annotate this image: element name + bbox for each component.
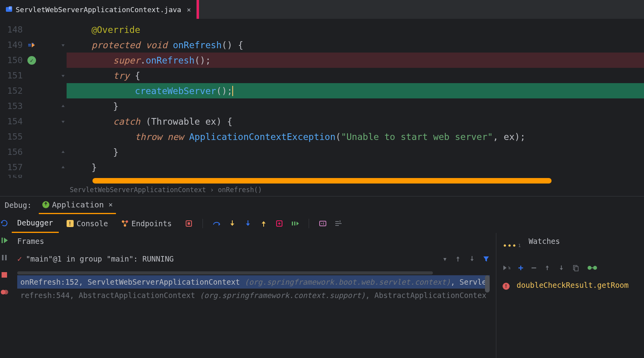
gutter-line[interactable]: 151 [0, 68, 67, 83]
code-line[interactable]: } [67, 144, 644, 160]
view-breakpoints-icon[interactable] [0, 288, 9, 296]
code-line[interactable]: catch (Throwable ex) { [67, 114, 644, 129]
move-up-icon[interactable] [544, 265, 550, 271]
trace-current-stream-chain-icon[interactable] [334, 219, 343, 228]
rerun-icon[interactable] [0, 219, 9, 227]
add-watch-icon[interactable]: + [518, 263, 523, 273]
stop-icon[interactable] [0, 271, 9, 279]
warning-icon: ! [67, 220, 74, 227]
code-line[interactable]: try { [67, 68, 644, 83]
step-over-icon[interactable] [212, 219, 221, 228]
breadcrumb-item[interactable]: ServletWebServerApplicationContext [70, 186, 206, 194]
code-line[interactable]: createWebServer(); [67, 83, 644, 98]
gutter-line[interactable]: 157 [0, 160, 67, 175]
step-into-icon[interactable] [228, 219, 237, 228]
svg-rect-7 [2, 238, 3, 243]
code-line[interactable]: @Override [67, 22, 644, 37]
code-line[interactable]: protected void onRefresh() { [67, 37, 644, 53]
text-cursor [232, 86, 233, 96]
gutter-line[interactable]: 155 [0, 129, 67, 144]
fold-handle-icon[interactable] [60, 42, 66, 48]
debug-label: Debug: [2, 201, 35, 209]
copy-icon[interactable] [572, 264, 579, 271]
thread-selector[interactable]: ✓ "main"@1 in group "main": RUNNING ▾ [17, 254, 490, 264]
stack-frame[interactable]: onRefresh:152, ServletWebServerApplicati… [17, 275, 490, 289]
fold-handle-icon[interactable] [60, 73, 66, 78]
frames-title: Frames [17, 237, 490, 245]
svg-rect-8 [2, 255, 4, 260]
new-watch-play-icon[interactable]: W [503, 265, 510, 271]
force-step-into-icon[interactable] [244, 219, 252, 228]
svg-rect-38 [575, 267, 578, 271]
frames-horizontal-scrollbar[interactable] [17, 271, 433, 274]
gutter-line[interactable]: 156 [0, 144, 67, 160]
evaluate-expression-icon[interactable] [318, 219, 327, 228]
debug-header: Debug: Application × [0, 196, 644, 214]
drop-frame-icon[interactable] [275, 219, 284, 228]
svg-point-12 [4, 290, 8, 294]
filter-icon[interactable] [483, 255, 490, 262]
stack-frame[interactable]: refresh:544, AbstractApplicationContext … [17, 289, 490, 302]
frames-vertical-scrollbar[interactable] [485, 275, 490, 293]
line-number: 155 [0, 132, 23, 142]
line-number: 153 [0, 101, 23, 111]
line-number: 154 [0, 116, 23, 126]
error-icon: ! [503, 283, 510, 290]
close-config-icon[interactable]: × [109, 200, 113, 209]
console-tab[interactable]: ! Console [61, 214, 114, 233]
line-number: 149 [0, 40, 23, 50]
debug-tabs: Debugger ! Console Endpoints [9, 214, 644, 233]
endpoints-tab[interactable]: Endpoints [116, 214, 177, 233]
svg-rect-20 [188, 222, 190, 225]
fold-handle-icon[interactable] [60, 104, 66, 109]
watch-item[interactable]: ! doubleCheckResult.getRoom [503, 280, 644, 290]
pause-icon[interactable] [0, 253, 9, 262]
gutter-line[interactable]: 149 [0, 37, 67, 53]
remove-watch-icon[interactable]: − [531, 263, 536, 273]
horizontal-scrollbar[interactable] [92, 178, 552, 184]
debugger-tab[interactable]: Debugger [12, 214, 59, 233]
code-line[interactable]: } [67, 160, 644, 175]
fold-handle-icon[interactable] [60, 149, 66, 155]
gutter-line[interactable]: 150✓ [0, 53, 67, 68]
fold-handle-icon[interactable] [60, 119, 66, 124]
gutter-line[interactable]: 153 [0, 98, 67, 114]
tab-bar: C ServletWebServerApplicationContext.jav… [0, 0, 644, 19]
next-frame-icon[interactable] [469, 255, 476, 262]
step-out-icon[interactable] [259, 219, 268, 228]
code-editor[interactable]: 148149150✓151152153154155156157158 @Over… [0, 19, 644, 178]
breadcrumb-separator: › [210, 186, 214, 194]
resume-icon[interactable] [0, 236, 9, 245]
code-line[interactable]: super.onRefresh(); [67, 53, 644, 68]
fold-handle-icon[interactable] [60, 165, 66, 170]
java-class-icon: C [5, 6, 13, 13]
glasses-icon[interactable] [587, 265, 597, 271]
file-tab-name: ServletWebServerApplicationContext.java [16, 5, 181, 14]
debug-run-config-tab[interactable]: Application × [39, 196, 116, 214]
run-line-icon[interactable] [27, 41, 35, 49]
close-tab-icon[interactable]: × [187, 5, 191, 14]
line-number: 158 [0, 175, 23, 178]
line-number: 150 [0, 55, 23, 65]
gutter-line[interactable]: 154 [0, 114, 67, 129]
line-number: 151 [0, 71, 23, 80]
show-execution-point-icon[interactable] [185, 219, 193, 228]
file-tab[interactable]: C ServletWebServerApplicationContext.jav… [0, 0, 197, 19]
line-number: 156 [0, 147, 23, 157]
dropdown-icon[interactable]: ▾ [443, 254, 447, 264]
gutter-line[interactable]: 152 [0, 83, 67, 98]
run-config-name: Application [52, 200, 104, 209]
more-icon[interactable]: ••• [503, 241, 517, 250]
gutter-line[interactable]: 148 [0, 22, 67, 37]
move-down-icon[interactable] [558, 265, 564, 271]
svg-text:C: C [9, 7, 11, 9]
code-line[interactable]: } [67, 98, 644, 114]
breadcrumb-item[interactable]: onRefresh() [218, 186, 262, 194]
prev-frame-icon[interactable] [454, 255, 461, 262]
code-line[interactable]: throw new ApplicationContextException("U… [67, 129, 644, 144]
watch-expression: doubleCheckResult.getRoom [517, 281, 629, 289]
breakpoint-check-icon[interactable]: ✓ [27, 56, 36, 65]
endpoints-icon [121, 220, 128, 227]
breadcrumb[interactable]: ServletWebServerApplicationContext › onR… [0, 184, 644, 196]
run-to-cursor-icon[interactable] [291, 219, 299, 228]
